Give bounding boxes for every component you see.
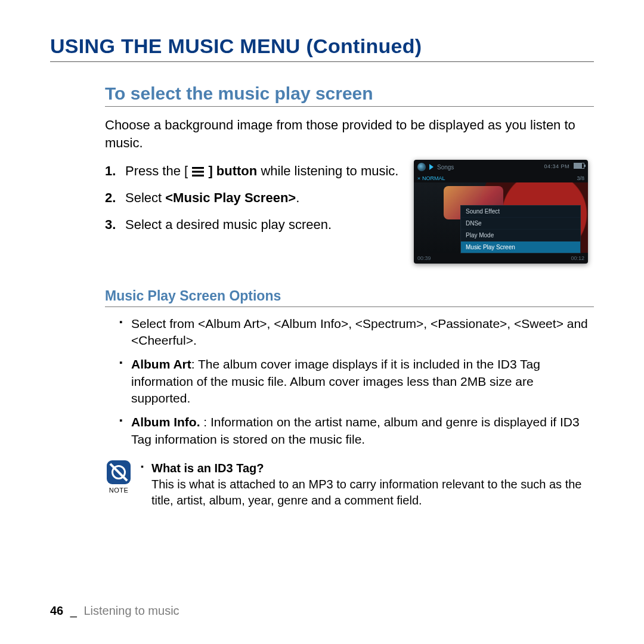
songs-label: Songs [437, 164, 454, 171]
note-label: NOTE [109, 487, 129, 494]
svg-rect-0 [192, 167, 204, 169]
page-title: USING THE MUSIC MENU (Continued) [50, 35, 594, 62]
note-question: What is an ID3 Tag? [141, 460, 594, 476]
device-clock: 04:34 PM [544, 163, 569, 169]
section-heading: To select the music play screen [105, 83, 594, 107]
step-1-part-c: while listening to music. [257, 163, 398, 178]
step-2-part-b: <Music Play Screen> [165, 190, 296, 205]
options-list: Select from <Album Art>, <Album Info>, <… [119, 315, 594, 448]
play-icon [429, 164, 434, 170]
device-screenshot: Songs 04:34 PM ›‹ NORMAL 3/8 Sound Effec… [414, 160, 588, 264]
step-3: Select a desired music play screen. [105, 216, 409, 234]
step-2-part-c: . [296, 190, 299, 205]
menu-item-selected: Music Play Screen [461, 241, 580, 253]
time-elapsed: 00:39 [417, 255, 431, 261]
battery-icon [574, 163, 584, 169]
step-1-part-b: ] button [208, 163, 257, 178]
option-text: : The album cover image displays if it i… [131, 357, 540, 405]
step-2-part-a: Select [125, 190, 165, 205]
step-2: Select <Music Play Screen>. [105, 189, 409, 208]
disc-icon [417, 163, 426, 171]
menu-item: Play Mode [461, 229, 580, 241]
shuffle-icon: ›‹ [417, 175, 420, 181]
options-heading: Music Play Screen Options [105, 288, 594, 307]
option-label: Album Art [131, 357, 191, 371]
footer-separator: _ [70, 604, 77, 617]
svg-rect-1 [192, 171, 204, 173]
time-remaining: 00:12 [571, 255, 584, 261]
step-1-part-a: Press the [ [125, 163, 188, 178]
step-list: Press the [ ] button while listening to … [105, 162, 409, 234]
device-mode: NORMAL [422, 175, 445, 181]
step-1: Press the [ ] button while listening to … [105, 162, 409, 181]
note-block: NOTE What is an ID3 Tag? This is what is… [106, 460, 594, 509]
option-item: Album Art: The album cover image display… [119, 356, 594, 407]
section-intro: Choose a background image from those pro… [105, 116, 594, 151]
footer: 46 _ Listening to music [50, 604, 179, 618]
option-item: Album Info. : Information on the artist … [119, 414, 594, 448]
footer-section: Listening to music [84, 604, 179, 617]
option-label: Album Info. [131, 415, 203, 429]
page-number: 46 [50, 604, 63, 617]
menu-item: Sound Effect [461, 206, 580, 217]
option-item: Select from <Album Art>, <Album Info>, <… [119, 315, 594, 349]
menu-icon [191, 166, 205, 177]
note-answer: This is what is attached to an MP3 to ca… [141, 476, 594, 509]
svg-rect-2 [192, 175, 204, 177]
note-icon [107, 460, 131, 484]
menu-item: DNSe [461, 217, 580, 229]
track-counter: 3/8 [577, 175, 584, 181]
device-menu: Sound Effect DNSe Play Mode Music Play S… [460, 205, 581, 253]
